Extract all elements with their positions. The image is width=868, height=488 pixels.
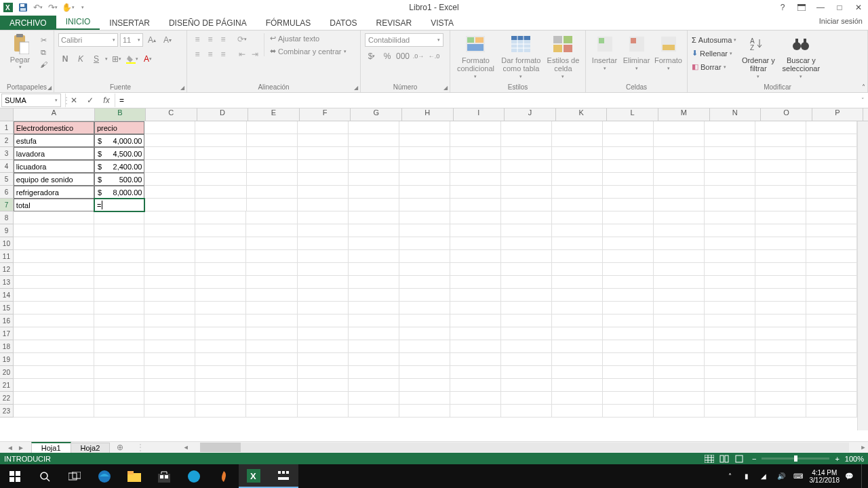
cell[interactable] bbox=[144, 289, 195, 302]
cell[interactable] bbox=[755, 314, 806, 327]
cell[interactable] bbox=[755, 134, 806, 147]
cell[interactable] bbox=[755, 392, 806, 405]
cell[interactable] bbox=[349, 237, 399, 250]
cell[interactable] bbox=[755, 302, 806, 314]
cell[interactable] bbox=[399, 250, 450, 263]
cell[interactable] bbox=[144, 379, 195, 392]
cell[interactable] bbox=[298, 199, 349, 211]
cell[interactable] bbox=[349, 302, 399, 314]
row-header[interactable]: 1 bbox=[0, 121, 14, 134]
cell[interactable] bbox=[195, 366, 246, 379]
tab-data[interactable]: DATOS bbox=[320, 16, 366, 30]
cell[interactable] bbox=[399, 327, 450, 340]
cell[interactable] bbox=[144, 186, 195, 199]
cell[interactable] bbox=[705, 392, 755, 405]
cell[interactable] bbox=[195, 392, 246, 405]
cell[interactable] bbox=[298, 289, 349, 302]
column-header[interactable]: L bbox=[607, 108, 658, 121]
dialog-launcher-icon[interactable]: ◢ bbox=[47, 85, 52, 91]
cell[interactable] bbox=[552, 340, 603, 353]
cell[interactable] bbox=[144, 199, 195, 211]
cell[interactable] bbox=[94, 302, 144, 314]
cell[interactable] bbox=[806, 186, 857, 199]
ribbon-options-icon[interactable] bbox=[792, 0, 811, 15]
cell[interactable] bbox=[450, 263, 501, 276]
cell[interactable] bbox=[450, 147, 501, 160]
cell[interactable] bbox=[755, 340, 806, 353]
cell[interactable] bbox=[603, 379, 654, 392]
tray-chevron-icon[interactable]: ˄ bbox=[728, 472, 739, 480]
cell[interactable] bbox=[14, 353, 94, 366]
cell[interactable] bbox=[705, 160, 755, 173]
row-header[interactable]: 10 bbox=[0, 237, 14, 250]
cell[interactable] bbox=[806, 289, 857, 302]
cell[interactable] bbox=[806, 211, 857, 224]
cell[interactable] bbox=[450, 121, 501, 134]
cell[interactable] bbox=[450, 314, 501, 327]
cell[interactable] bbox=[144, 340, 195, 353]
cell[interactable] bbox=[705, 237, 755, 250]
cell[interactable] bbox=[755, 366, 806, 379]
cancel-formula-icon[interactable]: ✕ bbox=[66, 94, 82, 107]
cell[interactable] bbox=[755, 173, 806, 186]
cell[interactable] bbox=[654, 121, 705, 134]
cell[interactable] bbox=[603, 134, 654, 147]
cell[interactable] bbox=[755, 199, 806, 211]
cell[interactable] bbox=[603, 211, 654, 224]
cell[interactable] bbox=[349, 263, 399, 276]
column-header[interactable]: A bbox=[14, 108, 95, 121]
cell[interactable] bbox=[806, 134, 857, 147]
cell[interactable] bbox=[14, 392, 94, 405]
font-color-icon[interactable]: A▾ bbox=[141, 52, 155, 66]
cell[interactable] bbox=[399, 211, 450, 224]
cell[interactable] bbox=[603, 199, 654, 211]
cell[interactable] bbox=[755, 186, 806, 199]
cell[interactable] bbox=[501, 160, 552, 173]
cell[interactable] bbox=[705, 263, 755, 276]
cell[interactable] bbox=[654, 224, 705, 237]
cell[interactable] bbox=[349, 327, 399, 340]
cell[interactable] bbox=[14, 276, 94, 289]
cell[interactable] bbox=[501, 173, 552, 186]
volume-icon[interactable]: 🔊 bbox=[777, 472, 788, 480]
cell[interactable] bbox=[399, 199, 450, 211]
cell[interactable] bbox=[552, 276, 603, 289]
cell[interactable] bbox=[195, 379, 246, 392]
fill-color-icon[interactable]: ▾ bbox=[125, 52, 139, 66]
cell[interactable] bbox=[349, 405, 399, 418]
cell[interactable] bbox=[603, 250, 654, 263]
cell[interactable] bbox=[298, 302, 349, 314]
cell[interactable] bbox=[195, 173, 246, 186]
signin-link[interactable]: Iniciar sesión bbox=[819, 17, 863, 25]
font-size-select[interactable]: 11▾ bbox=[120, 33, 143, 47]
column-header[interactable]: J bbox=[505, 108, 556, 121]
cell[interactable] bbox=[603, 353, 654, 366]
maximize-icon[interactable]: □ bbox=[830, 0, 849, 15]
row-header[interactable]: 18 bbox=[0, 340, 14, 353]
cell[interactable] bbox=[195, 237, 246, 250]
cell[interactable] bbox=[450, 250, 501, 263]
row-header[interactable]: 5 bbox=[0, 173, 14, 186]
conditional-format-button[interactable]: Formato condicional▾ bbox=[454, 33, 497, 79]
cell[interactable] bbox=[246, 327, 297, 340]
cell[interactable] bbox=[94, 211, 144, 224]
cell[interactable] bbox=[806, 160, 857, 173]
cell[interactable] bbox=[94, 237, 144, 250]
cell[interactable] bbox=[247, 160, 298, 173]
row-header[interactable]: 23 bbox=[0, 405, 14, 418]
cell[interactable] bbox=[349, 199, 399, 211]
cell[interactable] bbox=[349, 289, 399, 302]
cell[interactable] bbox=[399, 186, 450, 199]
cell[interactable]: total bbox=[14, 199, 94, 211]
cell[interactable] bbox=[806, 353, 857, 366]
cell[interactable] bbox=[603, 405, 654, 418]
cell[interactable] bbox=[298, 121, 349, 134]
cell[interactable] bbox=[603, 224, 654, 237]
cell[interactable] bbox=[705, 302, 755, 314]
cell[interactable] bbox=[552, 121, 603, 134]
cell[interactable] bbox=[501, 405, 552, 418]
row-header[interactable]: 9 bbox=[0, 224, 14, 237]
cell[interactable] bbox=[14, 340, 94, 353]
cell[interactable] bbox=[246, 353, 297, 366]
cell[interactable] bbox=[195, 340, 246, 353]
